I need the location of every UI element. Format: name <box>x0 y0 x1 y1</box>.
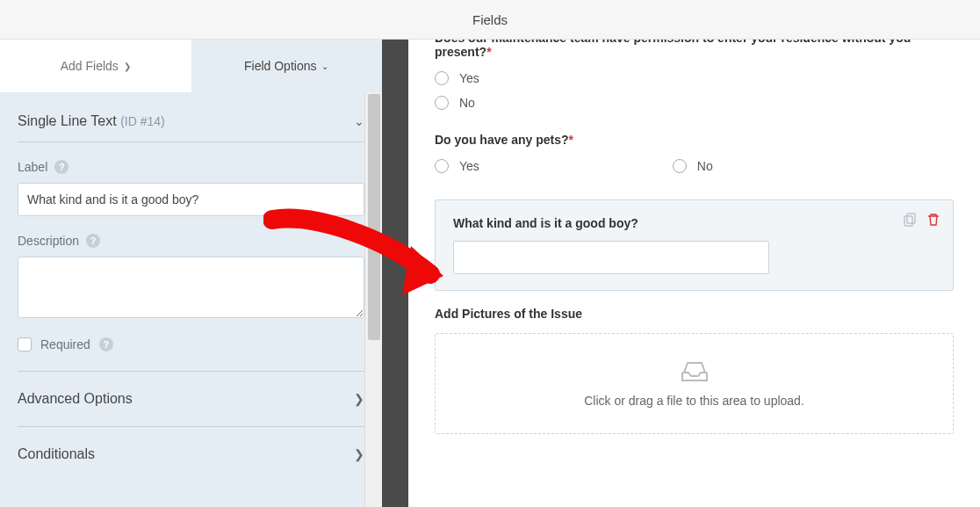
radio-icon <box>435 96 449 110</box>
sidebar-tabs: Add Fields ❯ Field Options ⌄ <box>0 40 382 92</box>
tab-field-options[interactable]: Field Options ⌄ <box>191 40 383 92</box>
header-title: Fields <box>472 12 508 27</box>
field-options-panel: Single Line Text (ID #14) ⌄ Label ? Desc… <box>0 92 382 482</box>
chevron-right-icon: ❯ <box>354 392 364 406</box>
upload-hint: Click or drag a file to this area to upl… <box>584 394 804 408</box>
question-permission: Does our maintenance team have permissio… <box>435 40 954 110</box>
tab-add-fields[interactable]: Add Fields ❯ <box>0 40 191 92</box>
scrollbar-thumb[interactable] <box>368 94 380 340</box>
form-preview: Does our maintenance team have permissio… <box>408 40 980 507</box>
chevron-down-icon: ⌄ <box>321 62 328 71</box>
selected-field-label: What kind and is it a good boy? <box>453 216 935 230</box>
svg-rect-1 <box>904 216 912 226</box>
radio-icon <box>673 159 687 173</box>
inbox-icon <box>680 360 710 383</box>
label-input[interactable] <box>18 183 364 216</box>
section-advanced-options[interactable]: Advanced Options ❯ <box>18 372 364 427</box>
radio-columns: Yes No <box>435 159 954 184</box>
field-actions <box>904 213 940 227</box>
tab-add-fields-label: Add Fields <box>61 59 119 73</box>
help-icon[interactable]: ? <box>99 337 113 351</box>
page-header: Fields <box>0 0 980 40</box>
radio-icon <box>435 159 449 173</box>
selected-field-preview[interactable]: What kind and is it a good boy? <box>435 199 954 291</box>
question-upload-label: Add Pictures of the Issue <box>435 307 954 321</box>
required-star-icon: * <box>486 45 491 59</box>
sidebar-scrollbar[interactable] <box>364 92 382 507</box>
label-option-text: Label <box>18 160 47 174</box>
radio-option-yes[interactable]: Yes <box>435 71 954 85</box>
duplicate-icon[interactable] <box>904 213 918 227</box>
required-checkbox[interactable] <box>18 337 32 351</box>
section-advanced-label: Advanced Options <box>18 391 133 407</box>
description-option-row: Description ? <box>18 234 364 248</box>
required-label: Required <box>40 337 90 351</box>
question-permission-label: Does our maintenance team have permissio… <box>435 40 954 59</box>
preview-gutter <box>382 40 408 507</box>
field-header[interactable]: Single Line Text (ID #14) ⌄ <box>18 92 364 142</box>
radio-icon <box>435 71 449 85</box>
required-row: Required ? <box>18 322 364 372</box>
radio-option-no[interactable]: No <box>673 159 713 173</box>
help-icon[interactable]: ? <box>54 160 68 174</box>
field-id-label: (ID #14) <box>120 114 165 128</box>
svg-rect-0 <box>907 214 915 223</box>
question-pets: Do you have any pets?* Yes No <box>435 133 954 184</box>
main-layout: Add Fields ❯ Field Options ⌄ Single Line… <box>0 40 980 507</box>
selected-field-input[interactable] <box>453 241 769 274</box>
section-conditionals-label: Conditionals <box>18 446 95 462</box>
field-type-label: Single Line Text <box>18 113 117 128</box>
radio-option-no[interactable]: No <box>435 96 954 110</box>
chevron-right-icon: ❯ <box>124 62 131 71</box>
section-conditionals[interactable]: Conditionals ❯ <box>18 427 364 482</box>
description-option-text: Description <box>18 234 79 248</box>
tab-field-options-label: Field Options <box>244 59 316 73</box>
trash-icon[interactable] <box>926 213 940 227</box>
file-upload-area[interactable]: Click or drag a file to this area to upl… <box>435 333 954 434</box>
question-pets-label: Do you have any pets?* <box>435 133 954 147</box>
description-textarea[interactable] <box>18 257 364 318</box>
radio-option-yes[interactable]: Yes <box>435 159 479 173</box>
required-star-icon: * <box>568 133 573 147</box>
chevron-down-icon: ⌄ <box>354 114 364 128</box>
chevron-right-icon: ❯ <box>354 447 364 461</box>
sidebar: Add Fields ❯ Field Options ⌄ Single Line… <box>0 40 382 507</box>
question-upload: Add Pictures of the Issue Click or drag … <box>435 307 954 434</box>
label-option-row: Label ? <box>18 160 364 174</box>
help-icon[interactable]: ? <box>86 234 100 248</box>
